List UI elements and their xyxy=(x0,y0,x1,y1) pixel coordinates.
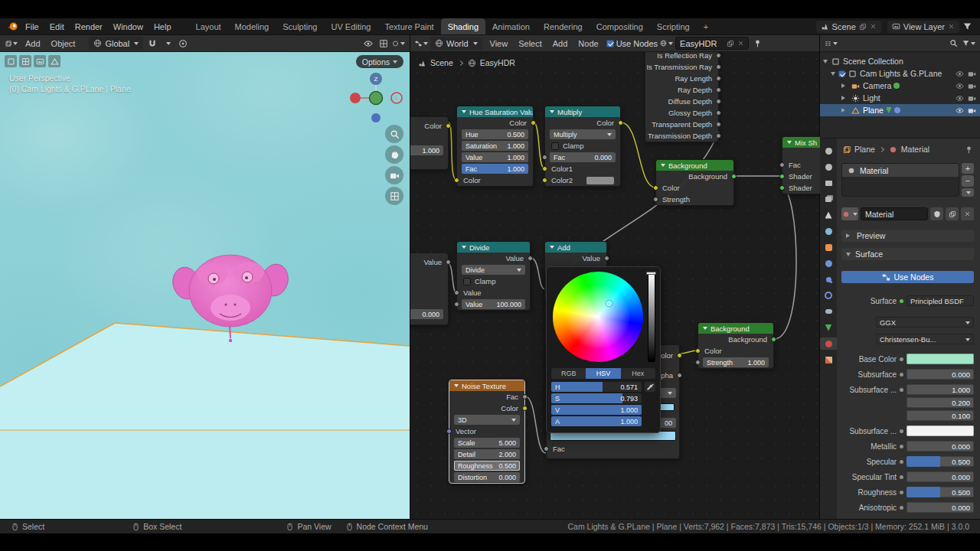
properties-tab[interactable] xyxy=(820,225,837,237)
use-nodes-button[interactable]: Use Nodes xyxy=(841,271,974,283)
socket[interactable] xyxy=(446,123,451,129)
dimensions-dropdown[interactable]: 3D xyxy=(454,415,520,425)
node-background-top[interactable]: Background Background Color Strength xyxy=(655,159,734,206)
preview-panel-header[interactable]: Preview xyxy=(841,230,974,242)
workspace-tab[interactable]: Compositing xyxy=(590,18,650,34)
channel-slider[interactable]: S0.793 xyxy=(551,393,642,403)
number-field[interactable]: Distortion0.000 xyxy=(454,472,520,482)
transform-orientation-dropdown[interactable]: Global xyxy=(89,37,143,50)
properties-tab[interactable] xyxy=(820,337,837,350)
node-canvas[interactable]: Scene EasyHDR Color 1.000 xyxy=(410,52,820,519)
socket[interactable] xyxy=(677,373,682,378)
socket[interactable] xyxy=(779,185,785,191)
property-field[interactable] xyxy=(906,354,974,364)
properties-tab[interactable] xyxy=(820,193,837,205)
property-field[interactable]: 0.100 xyxy=(906,410,974,421)
socket[interactable] xyxy=(528,256,533,261)
socket[interactable] xyxy=(446,259,451,265)
node-noise-texture[interactable]: Noise Texture Fac Color 3D Vector Scale5… xyxy=(449,380,525,484)
socket[interactable] xyxy=(716,87,721,93)
render-visibility-icon[interactable] xyxy=(967,69,977,79)
show-gizmo-icon[interactable] xyxy=(377,37,390,50)
properties-tab[interactable] xyxy=(820,305,837,318)
outliner-row-collection[interactable]: Cam Lights & G.PLane xyxy=(820,67,980,80)
view-layer-filter-icon[interactable] xyxy=(961,20,974,33)
pin-icon[interactable] xyxy=(964,145,974,155)
hide-eye-icon[interactable] xyxy=(955,93,965,103)
menu-item[interactable]: Object xyxy=(46,35,81,51)
workspace-tab[interactable]: Modeling xyxy=(228,18,276,34)
property-field[interactable]: 0.000 xyxy=(906,369,974,380)
outliner-row-light[interactable]: Light xyxy=(820,92,980,104)
overlay-toggle-icon[interactable] xyxy=(5,55,17,67)
surface-panel-header[interactable]: Surface xyxy=(841,248,974,260)
properties-tab[interactable] xyxy=(820,145,837,157)
socket[interactable] xyxy=(716,122,721,127)
socket[interactable] xyxy=(542,178,547,183)
color-wheel[interactable] xyxy=(553,272,643,362)
color-wheel-cursor[interactable] xyxy=(606,301,612,306)
channel-slider[interactable]: V1.000 xyxy=(551,405,642,415)
disclosure-icon[interactable] xyxy=(831,72,835,78)
socket[interactable] xyxy=(653,185,658,191)
render-visibility-icon[interactable] xyxy=(967,106,977,116)
value-field[interactable]: 1.000 xyxy=(410,145,443,155)
unlink-material-icon[interactable] xyxy=(961,207,974,220)
browse-world-icon[interactable] xyxy=(660,37,673,50)
socket[interactable] xyxy=(522,406,528,411)
breadcrumb-object[interactable]: Plane xyxy=(854,145,875,154)
properties-tab[interactable] xyxy=(820,177,837,189)
add-slot-button[interactable] xyxy=(962,163,974,174)
pan-hand-button[interactable] xyxy=(385,145,403,164)
workspace-tab[interactable]: Scripting xyxy=(650,18,697,34)
browse-material-button[interactable] xyxy=(841,207,858,220)
view-object-types-icon[interactable] xyxy=(361,37,374,50)
socket[interactable] xyxy=(542,166,547,171)
clamp-checkbox[interactable] xyxy=(551,142,559,150)
socket[interactable] xyxy=(454,290,459,295)
snap-target-dropdown[interactable] xyxy=(161,37,174,50)
socket[interactable] xyxy=(522,394,528,399)
outliner-row-plane[interactable]: Plane xyxy=(820,104,980,116)
property-field[interactable]: 1.000 xyxy=(906,384,974,395)
remove-slot-button[interactable] xyxy=(962,175,974,186)
workspace-tab[interactable]: Rendering xyxy=(537,18,590,34)
node-mix-multiply[interactable]: Multiply Color Multiply Clamp Fac0.000 C… xyxy=(544,106,621,187)
strength-field[interactable]: Strength1.000 xyxy=(703,357,769,367)
menu-item[interactable]: Render xyxy=(70,18,108,34)
material-slot[interactable]: Material xyxy=(842,164,959,177)
snap-magnet-icon[interactable] xyxy=(145,37,158,50)
properties-tab[interactable] xyxy=(820,321,837,334)
show-overlays-icon[interactable] xyxy=(392,37,405,50)
socket[interactable] xyxy=(716,53,721,58)
number-field[interactable]: Value1.000 xyxy=(462,152,528,162)
operation-dropdown[interactable]: Divide xyxy=(462,265,525,275)
workspace-tab[interactable]: Texture Paint xyxy=(377,18,440,34)
blend-mode-dropdown[interactable]: Multiply xyxy=(550,129,616,139)
overlay-toggle-icon[interactable] xyxy=(48,55,60,67)
render-visibility-icon[interactable] xyxy=(967,81,977,91)
socket[interactable] xyxy=(779,162,785,168)
property-field[interactable]: 0.000 xyxy=(906,441,974,452)
socket[interactable] xyxy=(446,429,452,434)
menu-item[interactable]: Node xyxy=(573,35,603,51)
socket[interactable] xyxy=(779,174,785,179)
number-field[interactable]: Fac1.000 xyxy=(462,164,528,174)
socket[interactable] xyxy=(544,446,549,452)
menu-item[interactable]: Add xyxy=(20,35,46,51)
options-button[interactable]: Options xyxy=(356,55,403,68)
collection-checkbox[interactable] xyxy=(838,70,845,77)
view-layer-selector[interactable]: View Layer xyxy=(887,21,959,33)
proportional-editing-icon[interactable] xyxy=(176,37,189,50)
properties-tab[interactable] xyxy=(820,289,837,302)
socket[interactable] xyxy=(653,197,658,202)
surface-shader-field[interactable]: Principled BSDF xyxy=(906,295,974,306)
eyedropper-icon[interactable] xyxy=(645,382,655,392)
material-name-field[interactable]: Material xyxy=(861,207,928,220)
socket[interactable] xyxy=(716,99,721,104)
editor-type-outliner-icon[interactable] xyxy=(825,37,838,50)
properties-tab[interactable] xyxy=(820,273,837,285)
menu-item[interactable]: Window xyxy=(108,18,149,34)
socket[interactable] xyxy=(695,348,701,354)
blender-logo-icon[interactable] xyxy=(6,21,18,33)
